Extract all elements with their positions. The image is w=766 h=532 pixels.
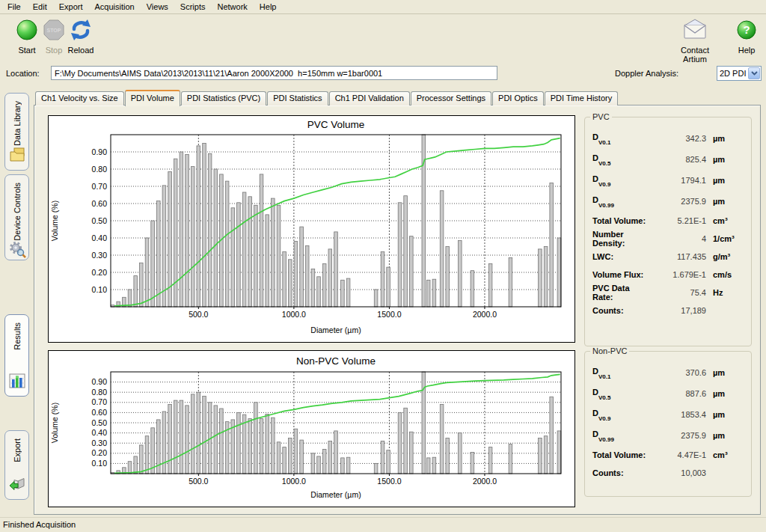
stat-value: 117.435 xyxy=(649,252,706,261)
stat-label: Counts: xyxy=(592,306,649,315)
stat-row-dv0-5: DV0.5825.4µm xyxy=(592,149,744,170)
stat-unit: µm xyxy=(706,389,744,398)
sidebar-item-data-library[interactable]: Data Library xyxy=(4,93,29,171)
sidebar-item-device-controls[interactable]: Device Controls xyxy=(4,174,29,260)
menu-acquisition[interactable]: Acquisition xyxy=(89,1,141,13)
stat-label: DV0.1 xyxy=(592,132,649,144)
stat-label: DV0.99 xyxy=(592,429,649,441)
svg-text:1000.0: 1000.0 xyxy=(282,477,306,486)
reload-label: Reload xyxy=(57,46,105,55)
svg-text:0.70: 0.70 xyxy=(92,182,108,191)
menu-file[interactable]: File xyxy=(1,1,27,13)
menu-scripts[interactable]: Scripts xyxy=(174,1,212,13)
toolbar: StartSTOPStopReloadContact Artium?Help xyxy=(0,15,766,61)
menu-edit[interactable]: Edit xyxy=(27,1,53,13)
doppler-analysis-select[interactable]: 2D PDI xyxy=(717,66,762,81)
tab-ch1-pdi-validation[interactable]: Ch1 PDI Validation xyxy=(329,91,410,106)
stat-label: DV0.5 xyxy=(592,153,649,165)
stat-row-dv0-99: DV0.992375.9µm xyxy=(592,425,744,446)
svg-text:0.60: 0.60 xyxy=(92,199,108,208)
svg-text:1000.0: 1000.0 xyxy=(282,310,306,319)
sidebar: Data LibraryDevice ControlsResultsExport xyxy=(0,86,34,517)
svg-text:500.0: 500.0 xyxy=(189,477,208,486)
chart-icon xyxy=(8,372,26,391)
location-label: Location: xyxy=(6,69,40,78)
pvc-volume-chart: 0.100.200.300.400.500.600.700.800.90500.… xyxy=(48,115,575,343)
envelope-icon xyxy=(671,18,719,43)
status-text: Finished Acquisition xyxy=(3,520,76,529)
stat-value: 4 xyxy=(649,234,706,243)
contact-artium-label: Contact Artium xyxy=(671,46,719,64)
sidebar-item-results[interactable]: Results xyxy=(4,314,29,397)
stat-row-total-volume: Total Volume:5.21E-1cm³ xyxy=(592,212,744,230)
stat-row-counts: Counts:17,189 xyxy=(592,302,744,319)
menu-help[interactable]: Help xyxy=(254,1,283,13)
stat-unit: µm xyxy=(706,134,744,143)
help-label: Help xyxy=(723,46,766,55)
tab-pdi-statistics[interactable]: PDI Statistics xyxy=(267,91,328,106)
svg-text:0.40: 0.40 xyxy=(92,428,108,437)
stat-label: Total Volume: xyxy=(592,216,649,225)
stat-row-number-density: Number Density:41/cm³ xyxy=(592,230,744,248)
menu-bar: FileEditExportAcquisitionViewsScriptsNet… xyxy=(0,0,766,14)
chart-title: Non-PVC Volume xyxy=(296,355,376,367)
stat-unit: 1/cm³ xyxy=(706,234,744,243)
chevron-down-icon[interactable] xyxy=(748,67,760,79)
tab-pdi-time-history[interactable]: PDI Time History xyxy=(545,91,619,106)
svg-text:0.60: 0.60 xyxy=(92,408,108,417)
reload-icon xyxy=(57,18,105,43)
tab-strip: Ch1 Velocity vs. SizePDI VolumePDI Stati… xyxy=(35,89,619,106)
menu-network[interactable]: Network xyxy=(211,1,253,13)
stat-label: Total Volume: xyxy=(592,450,649,459)
stat-label: DV0.5 xyxy=(592,388,649,399)
pvc-stats-panel: PVC DV0.1342.3µmDV0.5825.4µmDV0.91794.1µ… xyxy=(584,117,752,346)
contact-artium-button[interactable]: Contact Artium xyxy=(671,18,719,64)
stat-unit: µm xyxy=(706,431,744,440)
stat-value: 1853.4 xyxy=(649,410,706,419)
menu-views[interactable]: Views xyxy=(141,1,174,13)
svg-text:0.50: 0.50 xyxy=(92,418,108,427)
sidebar-item-label: Device Controls xyxy=(13,183,22,241)
stat-value: 342.3 xyxy=(649,134,706,143)
stat-unit: cm³ xyxy=(706,450,744,459)
tab-pdi-optics[interactable]: PDI Optics xyxy=(492,91,544,106)
stat-row-total-volume: Total Volume:4.47E-1cm³ xyxy=(592,446,744,464)
main-area: Ch1 Velocity vs. SizePDI VolumePDI Stati… xyxy=(34,89,762,516)
help-button[interactable]: ?Help xyxy=(723,18,766,55)
non-pvc-stats-panel: Non-PVC DV0.1370.6µmDV0.5887.6µmDV0.9185… xyxy=(584,351,752,497)
stat-value: 75.4 xyxy=(649,288,706,297)
location-input[interactable] xyxy=(51,66,497,80)
stat-value: 10,003 xyxy=(649,468,706,477)
stat-value: 5.21E-1 xyxy=(649,216,706,225)
menu-export[interactable]: Export xyxy=(53,1,89,13)
stat-row-dv0-9: DV0.91853.4µm xyxy=(592,404,744,425)
svg-text:0.70: 0.70 xyxy=(92,397,108,406)
help-icon: ? xyxy=(723,18,766,43)
svg-text:0.90: 0.90 xyxy=(92,377,108,386)
tab-processor-settings[interactable]: Processor Settings xyxy=(411,91,491,106)
x-axis-label: Diameter (µm) xyxy=(310,490,361,499)
tab-page-pdi-volume: 0.100.200.300.400.500.600.700.800.90500.… xyxy=(34,105,761,515)
location-row: Location: Doppler Analysis: 2D PDI xyxy=(0,63,766,85)
stat-unit: Hz xyxy=(706,288,744,297)
tab-pdi-volume[interactable]: PDI Volume xyxy=(125,90,180,106)
tab-pdi-statistics-pvc[interactable]: PDI Statistics (PVC) xyxy=(181,91,266,106)
stat-value: 887.6 xyxy=(649,389,706,398)
svg-text:?: ? xyxy=(743,23,750,36)
stat-unit: µm xyxy=(706,155,744,164)
sidebar-item-export[interactable]: Export xyxy=(4,430,29,500)
tab-ch1-velocity-vs-size[interactable]: Ch1 Velocity vs. Size xyxy=(35,91,124,106)
non-pvc-volume-chart: 0.100.200.300.400.500.600.700.800.90500.… xyxy=(48,350,575,507)
svg-text:0.30: 0.30 xyxy=(92,251,108,260)
svg-text:1500.0: 1500.0 xyxy=(377,477,401,486)
stat-row-counts: Counts:10,003 xyxy=(592,464,744,482)
stat-value: 1794.1 xyxy=(649,176,706,185)
pvc-stats-title: PVC xyxy=(590,112,612,121)
svg-text:0.30: 0.30 xyxy=(92,438,108,447)
stat-row-dv0-9: DV0.91794.1µm xyxy=(592,170,744,191)
status-bar: Finished Acquisition xyxy=(0,517,766,532)
reload-button[interactable]: Reload xyxy=(57,18,105,55)
stat-unit: cm/s xyxy=(706,270,744,279)
stat-label: Counts: xyxy=(592,468,649,477)
svg-text:1500.0: 1500.0 xyxy=(377,310,401,319)
